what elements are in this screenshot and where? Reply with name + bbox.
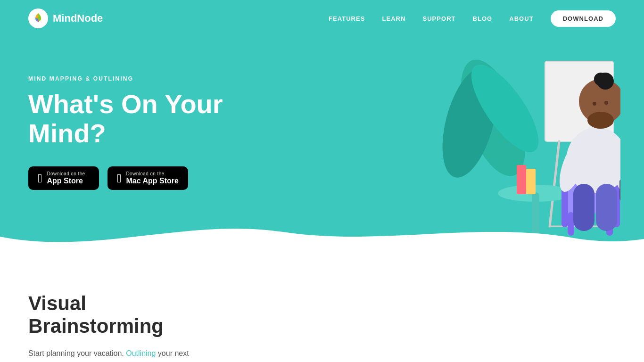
logo-icon bbox=[28, 8, 48, 28]
mac-app-store-button[interactable]:  Download on the Mac App Store bbox=[107, 166, 188, 190]
mac-store-small-text: Download on the bbox=[126, 171, 165, 176]
section-title: Visual Brainstorming bbox=[28, 292, 616, 338]
nav-links: FEATURES LEARN SUPPORT BLOG ABOUT DOWNLO… bbox=[329, 10, 616, 27]
svg-point-29 bbox=[587, 112, 614, 129]
mac-store-big-text: Mac App Store bbox=[126, 176, 179, 185]
below-hero-section: Visual Brainstorming Start planning your… bbox=[0, 255, 644, 362]
svg-rect-24 bbox=[619, 179, 620, 201]
hero-eyebrow: MIND MAPPING & OUTLINING bbox=[28, 75, 278, 82]
hero-content: MIND MAPPING & OUTLINING What's On Your … bbox=[0, 47, 306, 190]
section-description: Start planning your vacation. Outlining … bbox=[28, 347, 203, 362]
apple-icon:  bbox=[38, 172, 42, 184]
svg-point-30 bbox=[593, 102, 596, 106]
nav-blog[interactable]: BLOG bbox=[473, 15, 493, 22]
svg-rect-12 bbox=[526, 169, 536, 194]
app-store-button[interactable]:  Download on the App Store bbox=[28, 166, 99, 190]
nav-about[interactable]: ABOUT bbox=[509, 15, 533, 22]
hero-buttons:  Download on the App Store  Download o… bbox=[28, 166, 278, 190]
svg-rect-11 bbox=[517, 165, 526, 194]
outlining-link[interactable]: Outlining bbox=[126, 349, 156, 357]
apple-mac-icon:  bbox=[117, 172, 122, 184]
hero-wave bbox=[0, 218, 644, 255]
brand-logo[interactable]: MindNode bbox=[28, 8, 103, 28]
brand-name: MindNode bbox=[53, 12, 103, 25]
navigation: MindNode FEATURES LEARN SUPPORT BLOG ABO… bbox=[0, 0, 644, 37]
hero-section: MIND MAPPING & OUTLINING What's On Your … bbox=[0, 0, 644, 255]
app-store-small-text: Download on the bbox=[47, 171, 85, 176]
nav-features[interactable]: FEATURES bbox=[329, 15, 365, 22]
nav-support[interactable]: SUPPORT bbox=[422, 15, 455, 22]
app-store-big-text: App Store bbox=[47, 176, 83, 185]
hero-title: What's On Your Mind? bbox=[28, 90, 278, 148]
nav-learn[interactable]: LEARN bbox=[382, 15, 405, 22]
svg-point-28 bbox=[594, 73, 607, 86]
svg-line-6 bbox=[550, 141, 559, 226]
svg-point-31 bbox=[604, 101, 608, 105]
download-button[interactable]: DOWNLOAD bbox=[551, 10, 616, 27]
